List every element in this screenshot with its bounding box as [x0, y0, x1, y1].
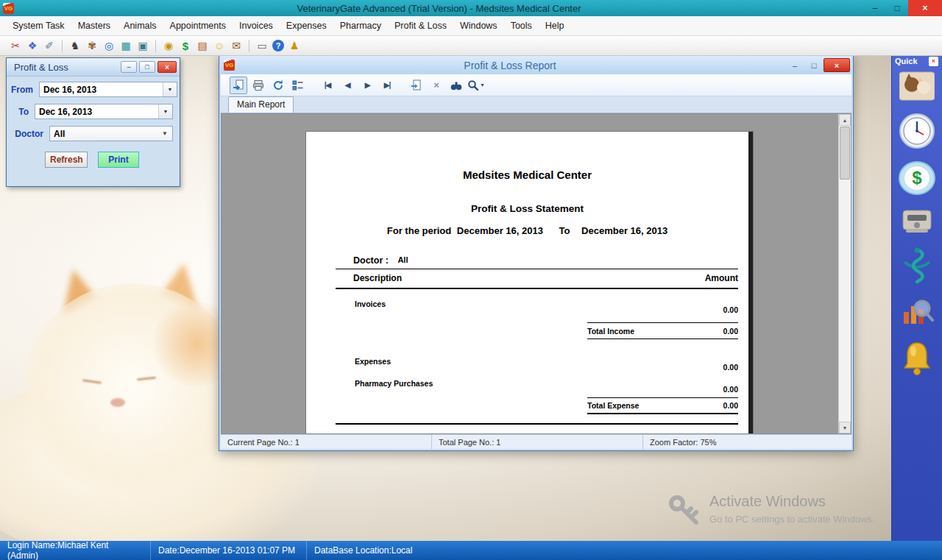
close-view-icon: × — [433, 79, 439, 91]
report-statement-title: Profit & Loss Statement — [306, 203, 748, 214]
last-page-button[interactable]: ▶| — [378, 77, 396, 94]
report-vertical-scrollbar[interactable]: ▲ ▼ — [838, 114, 851, 433]
print-report-button[interactable] — [249, 77, 267, 94]
report-logo-icon: VG — [224, 60, 235, 71]
dialog-maximize-button[interactable]: □ — [139, 61, 155, 73]
doctor-select[interactable]: All ▼ — [49, 126, 173, 141]
menu-invoices[interactable]: Invoices — [233, 18, 280, 34]
menu-tools[interactable]: Tools — [504, 18, 539, 34]
close-button[interactable]: × — [908, 0, 942, 16]
to-date-input[interactable] — [35, 104, 158, 118]
chart-icon[interactable]: ▤ — [196, 39, 209, 52]
first-page-button[interactable]: |◀ — [319, 77, 336, 94]
quick-panel-close-icon[interactable]: × — [929, 57, 938, 66]
refresh-report-button[interactable] — [269, 77, 287, 94]
dialog-body: From ▼ To ▼ Doctor All ▼ — [7, 77, 180, 186]
from-date-input[interactable] — [40, 82, 163, 96]
globe-icon[interactable]: ◎ — [102, 39, 116, 52]
pets-icon — [899, 71, 935, 102]
quick-clock-button[interactable] — [898, 112, 936, 150]
report-column-headers: Description Amount — [353, 273, 738, 283]
report-close-button[interactable]: × — [824, 58, 850, 72]
minimize-button[interactable]: – — [864, 0, 886, 16]
menu-help[interactable]: Help — [539, 18, 571, 34]
coins-icon[interactable]: ◉ — [162, 39, 175, 52]
dialog-minimize-button[interactable]: – — [121, 61, 137, 73]
zoom-factor-status: Zoom Factor: 75% — [643, 435, 851, 449]
group-tree-button[interactable] — [289, 77, 307, 94]
report-maximize-button[interactable]: □ — [804, 58, 824, 72]
report-window: VG Profit & Loss Report – □ × — [219, 54, 854, 451]
quick-pharmacy-button[interactable] — [899, 246, 935, 286]
total-page-status: Total Page No.: 1 — [432, 435, 643, 449]
menu-expenses[interactable]: Expenses — [280, 18, 333, 34]
doctor-row: Doctor All ▼ — [11, 126, 173, 141]
menu-system-task[interactable]: System Task — [6, 18, 71, 34]
from-date-dropdown-icon[interactable]: ▼ — [163, 82, 177, 96]
from-row: From ▼ — [11, 82, 173, 97]
title-bar: VG VeterinaryGate Advanced (Trial Versio… — [0, 0, 942, 16]
dollar-icon[interactable]: $ — [179, 39, 192, 52]
dialog-close-button[interactable]: × — [157, 61, 177, 73]
help-icon[interactable]: ? — [272, 40, 284, 52]
goto-page-icon — [411, 79, 422, 91]
zoom-button[interactable]: ▼ — [467, 77, 485, 94]
calendar-icon[interactable]: ▦ — [119, 39, 132, 52]
divider-line-thick — [336, 288, 738, 289]
menu-windows[interactable]: Windows — [453, 18, 504, 34]
animals-icon[interactable]: ♞ — [68, 39, 82, 52]
first-page-icon: |◀ — [325, 81, 331, 89]
chart-magnifier-icon — [899, 296, 935, 330]
find-button[interactable] — [447, 77, 465, 94]
quick-alerts-button[interactable] — [901, 340, 933, 377]
tab-main-report[interactable]: Main Report — [228, 96, 294, 113]
pharmacy-snake-icon — [899, 246, 935, 286]
paw-icon[interactable]: ✾ — [85, 39, 99, 52]
row-pharmacy-label: Pharmacy Purchases — [355, 379, 433, 388]
report-minimize-button[interactable]: – — [785, 58, 804, 72]
dialog-title: Profit & Loss — [14, 62, 118, 73]
quick-finance-button[interactable]: $ — [898, 160, 936, 196]
maximize-button[interactable]: □ — [886, 0, 908, 16]
close-view-button[interactable]: × — [428, 77, 445, 94]
status-date: Date:December 16-2013 01:07 PM — [151, 541, 307, 560]
activate-windows-watermark: Activate Windows Go to PC settings to ac… — [667, 493, 875, 527]
menu-appointments[interactable]: Appointments — [163, 18, 233, 34]
user-icon[interactable]: ♟ — [288, 39, 301, 52]
menu-masters[interactable]: Masters — [71, 18, 117, 34]
menu-pharmacy[interactable]: Pharmacy — [333, 18, 388, 34]
smiley-icon[interactable]: ☺ — [213, 39, 226, 52]
menu-profit-loss[interactable]: Profit & Loss — [388, 18, 453, 34]
period-from-date: December 16, 2013 — [457, 225, 543, 236]
quick-search-reports-button[interactable] — [899, 296, 935, 330]
total-expense-amount: 0.00 — [723, 401, 738, 410]
syringe-icon[interactable]: ✐ — [43, 39, 56, 52]
scroll-down-icon[interactable]: ▼ — [839, 422, 851, 433]
next-page-button[interactable]: ▶ — [358, 77, 376, 94]
quick-pets-button[interactable] — [899, 71, 935, 102]
previous-page-button[interactable]: ◀ — [339, 77, 356, 94]
key-icon — [667, 493, 701, 527]
scroll-up-icon[interactable]: ▲ — [839, 114, 851, 126]
window-controls: – □ × — [864, 0, 942, 16]
refresh-button[interactable]: Refresh — [45, 152, 88, 168]
goto-page-button[interactable] — [408, 77, 425, 94]
quick-panel-title: Quick — [895, 57, 918, 65]
report-title-bar: VG Profit & Loss Report – □ × — [221, 56, 851, 74]
bell-icon — [901, 340, 933, 377]
printer-icon[interactable]: ▭ — [255, 39, 269, 52]
quick-printer-button[interactable] — [900, 206, 934, 235]
menu-animals[interactable]: Animals — [117, 18, 163, 34]
print-button[interactable]: Print — [98, 152, 139, 168]
quick-panel-icons: $ — [892, 71, 942, 377]
masters-icon[interactable]: ❖ — [26, 39, 39, 52]
main-toolbar: ✂ ❖ ✐ ♞ ✾ ◎ ▦ ▣ ◉ $ ▤ ☺ ✉ ▭ ? ♟ — [0, 36, 942, 56]
group-tree-icon — [292, 79, 304, 91]
export-button[interactable] — [230, 77, 247, 94]
to-date-dropdown-icon[interactable]: ▼ — [158, 104, 172, 118]
clamp-icon[interactable]: ✂ — [9, 39, 22, 52]
quick-panel: Quick × — [891, 54, 942, 541]
scrollbar-thumb[interactable] — [840, 127, 850, 180]
bag-icon[interactable]: ✉ — [230, 39, 243, 52]
monitor-icon[interactable]: ▣ — [136, 39, 149, 52]
